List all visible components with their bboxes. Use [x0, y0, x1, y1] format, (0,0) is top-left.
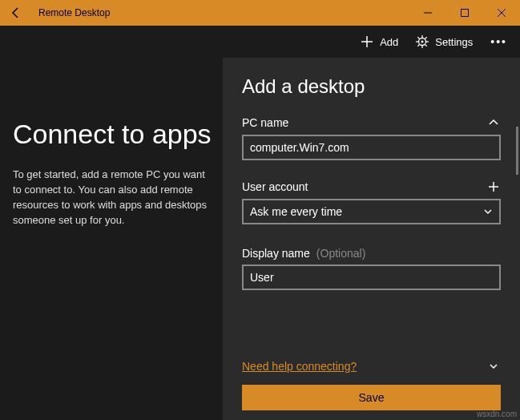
toolbar: Add Settings •••	[0, 26, 520, 58]
display-name-hint: (Optional)	[316, 247, 365, 260]
pc-name-row: PC name	[242, 115, 501, 130]
expand-more-button[interactable]	[486, 359, 501, 374]
plus-icon	[361, 35, 373, 48]
display-name-input[interactable]	[242, 265, 501, 290]
titlebar: Remote Desktop	[0, 0, 520, 26]
user-account-value: Ask me every time	[250, 205, 342, 218]
add-label: Add	[380, 36, 398, 48]
display-name-row: Display name (Optional)	[242, 247, 501, 260]
close-button[interactable]	[483, 0, 520, 26]
user-account-select[interactable]: Ask me every time	[242, 199, 501, 224]
page-title: Connect to apps	[13, 119, 210, 150]
panel-title: Add a desktop	[242, 75, 501, 98]
save-label: Save	[359, 391, 385, 404]
user-account-label: User account	[242, 180, 308, 193]
svg-point-7	[421, 41, 424, 43]
user-account-row: User account	[242, 180, 501, 194]
chevron-up-icon	[488, 117, 499, 128]
display-name-label: Display name	[242, 247, 310, 260]
help-link[interactable]: Need help connecting?	[242, 360, 357, 373]
more-button[interactable]: •••	[482, 30, 515, 53]
maximize-button[interactable]	[446, 0, 483, 26]
page-description: To get started, add a remote PC you want…	[13, 168, 210, 228]
chevron-down-icon	[483, 207, 493, 216]
svg-line-15	[418, 45, 420, 46]
app-title: Remote Desktop	[32, 7, 409, 18]
save-button[interactable]: Save	[242, 385, 501, 410]
ellipsis-icon: •••	[490, 35, 507, 48]
scrollbar-thumb[interactable]	[516, 127, 518, 175]
settings-label: Settings	[435, 36, 473, 48]
watermark: wsxdn.com	[477, 410, 517, 418]
arrow-left-icon	[10, 6, 22, 19]
maximize-icon	[461, 9, 469, 17]
minimize-button[interactable]	[409, 0, 446, 26]
add-desktop-panel: Add a desktop PC name User account Ask m…	[223, 58, 520, 420]
add-button[interactable]: Add	[353, 30, 406, 53]
pc-name-collapse-button[interactable]	[486, 115, 501, 130]
settings-button[interactable]: Settings	[408, 30, 481, 53]
svg-line-12	[418, 37, 420, 38]
svg-rect-1	[462, 10, 469, 17]
svg-line-14	[425, 37, 427, 38]
chevron-down-icon	[489, 361, 498, 371]
gear-icon	[416, 35, 429, 48]
pc-name-label: PC name	[242, 116, 288, 129]
window-controls	[409, 0, 520, 26]
svg-line-13	[425, 45, 427, 46]
plus-icon	[488, 181, 499, 192]
minimize-icon	[424, 9, 432, 17]
pc-name-input[interactable]	[242, 135, 501, 160]
back-button[interactable]	[0, 0, 32, 26]
left-pane: Connect to apps To get started, add a re…	[0, 58, 223, 244]
add-user-account-button[interactable]	[486, 180, 501, 194]
main-area: Connect to apps To get started, add a re…	[0, 58, 520, 420]
close-icon	[498, 9, 506, 17]
